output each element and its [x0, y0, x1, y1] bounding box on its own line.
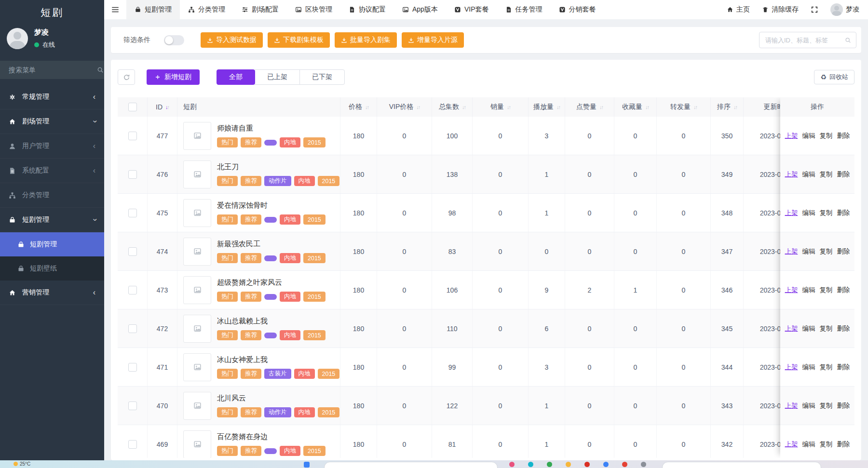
delete-link[interactable]: 删除: [837, 286, 850, 294]
column-header[interactable]: 排序↓↑: [711, 97, 744, 117]
copy-link[interactable]: 复制: [820, 324, 833, 333]
column-header[interactable]: 总集数↓↑: [432, 97, 473, 117]
publish-link[interactable]: 上架: [785, 440, 798, 449]
home-button[interactable]: 主页: [727, 5, 750, 14]
delete-link[interactable]: 删除: [837, 209, 850, 217]
nav-tab[interactable]: 任务管理: [497, 0, 551, 19]
sidebar-item[interactable]: 营销管理‹: [0, 281, 104, 305]
delete-link[interactable]: 删除: [837, 324, 850, 333]
sidebar-subitem[interactable]: 短剧壁纸: [0, 256, 104, 281]
nav-tab[interactable]: App版本: [394, 0, 446, 19]
delete-link[interactable]: 删除: [837, 132, 850, 140]
column-header[interactable]: 销量↓↑: [473, 97, 529, 117]
column-header[interactable]: 价格↓↑: [340, 97, 377, 117]
copy-link[interactable]: 复制: [820, 247, 833, 256]
publish-link[interactable]: 上架: [785, 247, 798, 256]
edit-link[interactable]: 编辑: [802, 132, 815, 140]
refresh-button[interactable]: [118, 69, 135, 85]
clear-cache-button[interactable]: 清除缓存: [762, 5, 799, 14]
taskbar-app-icon[interactable]: [509, 462, 515, 467]
recycle-bin-button[interactable]: ♻ 回收站: [814, 70, 854, 84]
nav-tab[interactable]: 分销套餐: [551, 0, 604, 19]
row-checkbox[interactable]: [128, 247, 137, 256]
nav-tab[interactable]: 区块管理: [287, 0, 340, 19]
row-checkbox[interactable]: [128, 363, 137, 372]
copy-link[interactable]: 复制: [820, 132, 833, 140]
copy-link[interactable]: 复制: [820, 286, 833, 294]
import-button[interactable]: 下载剧集模板: [268, 32, 330, 48]
nav-tab[interactable]: 剧场配置: [233, 0, 287, 19]
column-header[interactable]: 转发量↓↑: [657, 97, 711, 117]
sidebar-item[interactable]: 用户管理‹: [0, 134, 104, 159]
copy-link[interactable]: 复制: [820, 440, 833, 449]
nav-tab[interactable]: 短剧管理: [126, 0, 180, 19]
row-checkbox[interactable]: [128, 132, 137, 140]
taskbar-app-icon[interactable]: [566, 462, 571, 467]
nav-tab[interactable]: 分类管理: [180, 0, 233, 19]
taskbar-widget-pill[interactable]: [662, 462, 821, 468]
publish-link[interactable]: 上架: [785, 170, 798, 179]
taskbar-app-icon[interactable]: [584, 462, 590, 467]
taskbar-app-icon[interactable]: [547, 462, 552, 467]
sidebar-item[interactable]: 系统配置‹: [0, 159, 104, 183]
copy-link[interactable]: 复制: [820, 170, 833, 179]
delete-link[interactable]: 删除: [837, 440, 850, 449]
taskbar-app-icon[interactable]: [304, 462, 310, 468]
import-button[interactable]: 导入测试数据: [201, 32, 263, 48]
edit-link[interactable]: 编辑: [802, 209, 815, 217]
sidebar-item[interactable]: 常规管理‹: [0, 85, 104, 109]
taskbar-search-box[interactable]: [324, 462, 498, 468]
edit-link[interactable]: 编辑: [802, 170, 815, 179]
sidebar-item[interactable]: 短剧管理‹: [0, 208, 104, 232]
row-checkbox[interactable]: [128, 286, 137, 294]
edit-link[interactable]: 编辑: [802, 401, 815, 410]
navbar-user[interactable]: 梦凌: [830, 3, 859, 16]
column-header[interactable]: 收藏量↓↑: [614, 97, 657, 117]
menu-icon[interactable]: [104, 0, 126, 19]
row-checkbox[interactable]: [128, 170, 137, 179]
column-header[interactable]: 播放量↓↑: [529, 97, 565, 117]
copy-link[interactable]: 复制: [820, 209, 833, 217]
select-all-checkbox[interactable]: [128, 103, 137, 111]
sidebar-item[interactable]: 分类管理: [0, 183, 104, 208]
delete-link[interactable]: 删除: [837, 247, 850, 256]
delete-link[interactable]: 删除: [837, 363, 850, 372]
row-checkbox[interactable]: [128, 324, 137, 333]
column-header[interactable]: ID↓↑: [148, 97, 177, 117]
nav-tab[interactable]: 协议配置: [340, 0, 394, 19]
nav-tab[interactable]: VIP套餐: [446, 0, 497, 19]
taskbar-app-icon[interactable]: [641, 462, 646, 467]
taskbar-app-icon[interactable]: [528, 462, 533, 467]
sidebar-item[interactable]: 剧场管理‹: [0, 109, 104, 134]
publish-link[interactable]: 上架: [785, 132, 798, 140]
fullscreen-icon[interactable]: [811, 6, 818, 13]
column-header[interactable]: VIP价格↓↑: [377, 97, 432, 117]
add-drama-button[interactable]: 新增短剧: [147, 69, 200, 85]
copy-link[interactable]: 复制: [820, 363, 833, 372]
delete-link[interactable]: 删除: [837, 401, 850, 410]
edit-link[interactable]: 编辑: [802, 324, 815, 333]
weather-widget[interactable]: 25°C: [14, 461, 30, 467]
table-search-input[interactable]: [764, 36, 845, 44]
edit-link[interactable]: 编辑: [802, 363, 815, 372]
delete-link[interactable]: 删除: [837, 170, 850, 179]
row-checkbox[interactable]: [128, 440, 137, 449]
status-tab[interactable]: 全部: [217, 69, 255, 85]
import-button[interactable]: 批量导入剧集: [335, 32, 397, 48]
publish-link[interactable]: 上架: [785, 324, 798, 333]
publish-link[interactable]: 上架: [785, 209, 798, 217]
taskbar-app-icon[interactable]: [622, 462, 627, 467]
publish-link[interactable]: 上架: [785, 401, 798, 410]
status-tab[interactable]: 已上架: [255, 69, 300, 85]
sidebar-search-input[interactable]: [8, 66, 97, 74]
row-checkbox[interactable]: [128, 209, 137, 217]
row-checkbox[interactable]: [128, 401, 137, 410]
column-header[interactable]: 点赞量↓↑: [565, 97, 614, 117]
copy-link[interactable]: 复制: [820, 401, 833, 410]
import-button[interactable]: 增量导入片源: [402, 32, 464, 48]
publish-link[interactable]: 上架: [785, 286, 798, 294]
publish-link[interactable]: 上架: [785, 363, 798, 372]
status-tab[interactable]: 已下架: [299, 69, 345, 85]
filter-toggle[interactable]: [164, 35, 184, 45]
edit-link[interactable]: 编辑: [802, 286, 815, 294]
